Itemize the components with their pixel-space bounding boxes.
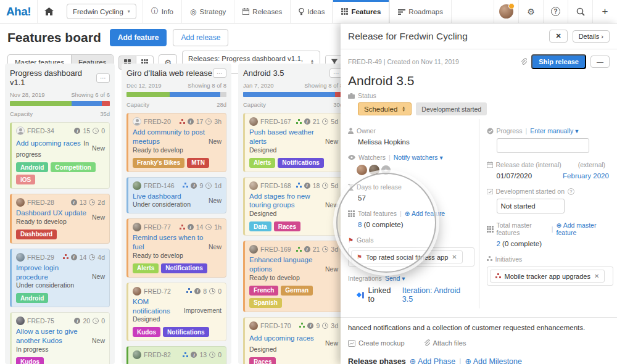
initiative-chip[interactable]: Mobile tracker app upgrades ✕ xyxy=(490,270,605,283)
add-milestone-link[interactable]: ⊕ Add Milestone xyxy=(465,357,522,364)
tag[interactable]: iOS xyxy=(16,175,35,184)
tag[interactable]: Android xyxy=(16,162,48,172)
home-button[interactable] xyxy=(37,0,60,23)
close-button[interactable]: ✕ xyxy=(549,30,567,43)
feature-title[interactable]: Add upcoming races xyxy=(249,334,314,342)
tag[interactable]: Dashboard xyxy=(16,230,57,239)
tag[interactable]: Races xyxy=(249,357,276,364)
feature-card[interactable]: FRED-169i213dEnhanced language optionsRe… xyxy=(243,241,343,312)
feature-title[interactable]: Push based weather alerts xyxy=(249,128,323,146)
enter-manually-link[interactable]: Enter manually ▾ xyxy=(530,127,578,134)
remove-goal-icon[interactable]: ✕ xyxy=(452,254,457,260)
feature-card[interactable]: FRED-29i144dImprove login procedureUnder… xyxy=(10,249,110,308)
feature-card[interactable]: FRED-170i93dAdd upcoming races DesignedN… xyxy=(243,317,343,364)
tab-ideas[interactable]: Ideas xyxy=(290,0,333,23)
release-date-internal[interactable]: 01/07/2020 xyxy=(497,172,532,180)
feature-title[interactable]: Live dashboard xyxy=(133,192,206,201)
dev-started-input[interactable] xyxy=(497,199,565,213)
remove-initiative-icon[interactable]: ✕ xyxy=(594,273,599,279)
tag[interactable]: Alerts xyxy=(249,158,275,168)
tag[interactable]: German xyxy=(281,286,313,296)
project-selector[interactable]: Fredwin Cycling ▾ xyxy=(67,4,136,19)
feature-title[interactable]: KOM notifications xyxy=(133,297,181,316)
tag[interactable]: Alerts xyxy=(133,263,159,273)
watcher-avatar[interactable] xyxy=(357,165,367,175)
clock-icon xyxy=(93,128,99,134)
tab-info[interactable]: ⓘInfo xyxy=(143,0,181,23)
add-watcher-button[interactable]: + xyxy=(381,165,391,175)
tag[interactable]: Notifications xyxy=(161,263,207,273)
tag[interactable]: French xyxy=(249,286,278,296)
feature-card[interactable]: FRED-20i173hAdd community to post meetup… xyxy=(126,113,226,172)
help-button[interactable]: ? xyxy=(543,0,568,23)
column-more-button[interactable]: ⋯ xyxy=(96,73,110,83)
details-button[interactable]: Details › xyxy=(573,30,610,43)
add-release-button[interactable]: Add release xyxy=(173,29,228,46)
add-feature-button[interactable]: Add feature xyxy=(110,29,167,46)
notify-watchers-link[interactable]: Notify watchers ▾ xyxy=(394,154,443,161)
clock-icon xyxy=(209,352,215,358)
status-dropdown[interactable]: Scheduled ▲▼ xyxy=(358,102,412,115)
goal-chip[interactable]: ⚑ Top rated social fitness app ✕ xyxy=(351,250,463,263)
feature-card[interactable]: FRED-34i150Add upcoming races In progres… xyxy=(10,122,110,189)
tag[interactable]: Data xyxy=(249,221,271,231)
feature-title[interactable]: Enhanced language options xyxy=(249,255,323,274)
tag[interactable]: MTN xyxy=(187,158,209,168)
column-more-button[interactable]: ⋯ xyxy=(213,68,226,78)
settings-button[interactable]: ⚙ xyxy=(518,0,543,23)
help-icon[interactable]: ? xyxy=(568,188,574,195)
tag[interactable]: Notifications xyxy=(278,158,324,168)
release-date-external[interactable]: February 2020 xyxy=(563,172,609,180)
feature-card[interactable]: FRED-77i141hRemind users when to fuelRea… xyxy=(126,218,226,278)
tab-strategy[interactable]: ◎Strategy xyxy=(181,0,234,23)
more-button[interactable]: — xyxy=(590,56,610,68)
create-mockup-button[interactable]: Create mockup xyxy=(348,339,405,347)
tab-features[interactable]: Features xyxy=(333,0,389,23)
add-phase-link[interactable]: ⊕ Add Phase xyxy=(410,357,455,364)
release-name[interactable]: Android 3.5 xyxy=(341,69,617,90)
feature-card[interactable]: FRED-168i185dAdd stages fro new touring … xyxy=(243,177,343,236)
tab-releases[interactable]: Releases xyxy=(234,0,290,23)
feature-title[interactable]: Add stages fro new touring groups xyxy=(249,192,323,210)
tag[interactable]: Competition xyxy=(51,162,95,172)
tag[interactable]: Android xyxy=(16,293,48,303)
watcher-avatar[interactable] xyxy=(369,165,379,175)
owner-field: Owner Melissa Hopkins xyxy=(348,127,471,146)
feature-title[interactable]: Remind users when to fuel xyxy=(133,233,206,252)
tag[interactable]: Races xyxy=(274,221,300,231)
aha-logo[interactable]: Aha! xyxy=(0,0,37,23)
progress-field: Progress | Enter manually ▾ xyxy=(487,127,610,153)
user-menu[interactable] xyxy=(494,0,518,23)
progress-input[interactable] xyxy=(497,138,589,153)
ship-release-button[interactable]: Ship release xyxy=(531,54,586,69)
feature-card[interactable]: FRED-72i80KOM notificationsDesignedImpro… xyxy=(126,283,226,342)
owner-value[interactable]: Melissa Hopkins xyxy=(358,138,471,146)
feature-card[interactable]: FRED-28i132dDashboard UX updateReady to … xyxy=(10,194,110,244)
add-button[interactable]: + xyxy=(592,0,617,23)
feature-title[interactable]: Improve login procedure xyxy=(16,263,89,282)
tag[interactable]: Notifications xyxy=(163,327,209,337)
feature-title[interactable]: Dashboard UX update xyxy=(16,209,89,218)
tag[interactable]: Kudos xyxy=(16,357,44,364)
feature-title[interactable]: Add community to post meetups xyxy=(133,128,206,146)
paperclip-icon[interactable] xyxy=(520,58,527,65)
goals-box[interactable]: ⚑ Top rated social fitness app ✕ xyxy=(348,247,474,267)
add-feature-link[interactable]: ⊕ Add feature xyxy=(405,210,445,217)
attach-files-button[interactable]: Attach files xyxy=(423,339,466,347)
feature-card[interactable]: FRED-82i130Live video feed ShippedNewVid… xyxy=(126,346,226,364)
add-master-feature-link[interactable]: ⊕ Add master feature xyxy=(557,221,610,236)
initiatives-box[interactable]: Mobile tracker app upgrades ✕ xyxy=(487,267,613,286)
search-button[interactable] xyxy=(568,0,592,23)
feature-card[interactable]: FRED-75i200Allow a user to give another … xyxy=(10,312,110,364)
tab-roadmaps[interactable]: Roadmaps xyxy=(389,0,452,23)
tag[interactable]: Franky's Bikes xyxy=(133,158,184,168)
score-value: 20 xyxy=(83,317,90,325)
integrations-send-link[interactable]: Send ▾ xyxy=(385,275,405,282)
tag[interactable]: Spanish xyxy=(249,298,282,308)
feature-card[interactable]: FRED-167i215dPush based weather alertsDe… xyxy=(243,113,343,172)
feature-title[interactable]: Add upcoming races xyxy=(16,139,81,147)
feature-title[interactable]: Allow a user to give another Kudos xyxy=(16,327,89,345)
feature-card[interactable]: FRED-146i91dLive dashboardUnder consider… xyxy=(126,177,226,214)
tag[interactable]: Kudos xyxy=(133,327,160,337)
iteration-link[interactable]: Iteration: Android 3.5 xyxy=(402,286,471,304)
